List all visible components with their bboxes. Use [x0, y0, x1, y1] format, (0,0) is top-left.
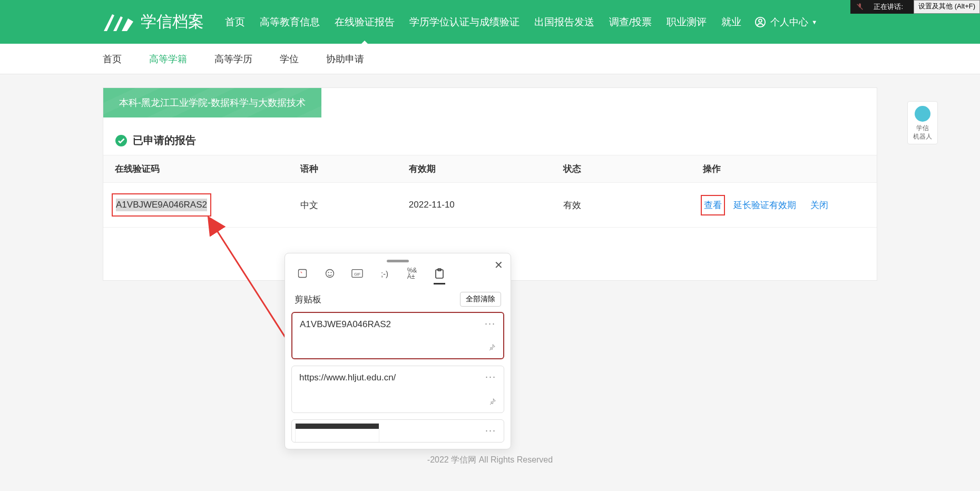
nav-career-test[interactable]: 职业测评 — [667, 15, 707, 29]
section-header: 已申请的报告 — [103, 117, 877, 155]
col-expiry: 有效期 — [397, 155, 552, 183]
subnav-higher-enroll[interactable]: 高等学籍 — [149, 53, 187, 65]
col-status: 状态 — [552, 155, 691, 183]
sub-nav: 首页 高等学籍 高等学历 学位 协助申请 — [0, 44, 980, 74]
clipboard-tab-row: GIF ;-) %&Ä± — [285, 264, 511, 284]
thumb-bar — [296, 424, 379, 429]
drag-handle[interactable] — [387, 260, 409, 262]
cell-language: 中文 — [289, 183, 397, 228]
nav-survey[interactable]: 调查/投票 — [609, 15, 652, 29]
col-code: 在线验证码 — [103, 155, 289, 183]
table-header-row: 在线验证码 语种 有效期 状态 操作 — [103, 155, 877, 183]
chevron-down-icon: ▼ — [811, 19, 817, 25]
emoji-icon[interactable] — [324, 268, 336, 279]
symbols-icon[interactable]: %&Ä± — [406, 268, 418, 279]
clipboard-item[interactable]: https://www.hljut.edu.cn/ ··· — [291, 366, 504, 413]
report-card: 本科-黑龙江工业学院-数据科学与大数据技术 已申请的报告 在线验证码 语种 有效… — [103, 87, 877, 281]
clipboard-item[interactable]: A1VBJWE9A046RAS2 ··· — [291, 312, 504, 359]
logo-icon — [103, 11, 134, 33]
clipboard-title: 剪贴板 — [295, 293, 321, 306]
logo[interactable]: 学信档案 — [103, 11, 204, 33]
speaking-label: 正在讲话: — [874, 2, 903, 12]
robot-label-2: 机器人 — [909, 133, 936, 141]
logo-text: 学信档案 — [141, 11, 204, 33]
robot-icon — [915, 106, 930, 122]
svg-point-2 — [115, 135, 127, 146]
nav-employment[interactable]: 就业 — [721, 15, 741, 29]
table-row: A1VBJWE9A046RAS2 中文 2022-11-10 有效 查看 延长验… — [103, 183, 877, 228]
clipboard-header: 剪贴板 全部清除 — [285, 284, 511, 312]
mic-muted-icon — [856, 3, 864, 11]
footer: -2022 学信网 All Rights Reserved — [103, 455, 877, 466]
subnav-assist-apply[interactable]: 协助申请 — [326, 53, 364, 65]
clipboard-image-item[interactable]: ··· — [291, 419, 504, 443]
user-icon — [754, 16, 766, 28]
nav-higher-edu-info[interactable]: 高等教育信息 — [260, 15, 320, 29]
check-circle-icon — [115, 134, 128, 147]
nav-online-verify[interactable]: 在线验证报告 — [335, 15, 395, 29]
svg-point-6 — [328, 272, 329, 273]
col-language: 语种 — [289, 155, 397, 183]
subnav-higher-degree[interactable]: 高等学历 — [214, 53, 252, 65]
settings-tooltip: 设置及其他 (Alt+F) — [914, 0, 980, 14]
svg-point-5 — [326, 270, 334, 278]
subnav-home[interactable]: 首页 — [103, 53, 122, 65]
main-header: 学信档案 首页 高等教育信息 在线验证报告 学历学位认证与成绩验证 出国报告发送… — [0, 0, 980, 44]
svg-rect-4 — [299, 270, 307, 278]
top-overlay-bar: 正在讲话: 设置及其他 (Alt+F) — [850, 0, 980, 14]
sticker-icon[interactable] — [297, 268, 308, 279]
gif-icon[interactable]: GIF — [351, 268, 363, 279]
col-actions: 操作 — [691, 155, 877, 183]
clipboard-tab-icon[interactable] — [434, 268, 445, 279]
education-tab-label: 本科-黑龙江工业学院-数据科学与大数据技术 — [119, 97, 306, 108]
robot-label-1: 学信 — [909, 124, 936, 133]
user-center-label: 个人中心 — [770, 16, 808, 28]
conference-bar: 正在讲话: — [850, 0, 914, 14]
pin-icon[interactable] — [488, 343, 496, 353]
action-view[interactable]: 查看 — [704, 200, 722, 210]
svg-text:GIF: GIF — [354, 272, 361, 277]
user-center-menu[interactable]: 个人中心 ▼ — [754, 16, 817, 28]
close-button[interactable]: ✕ — [494, 259, 503, 271]
education-tab[interactable]: 本科-黑龙江工业学院-数据科学与大数据技术 — [103, 88, 321, 117]
item-menu-icon[interactable]: ··· — [485, 371, 496, 382]
action-extend[interactable]: 延长验证有效期 — [733, 200, 796, 210]
item-menu-icon[interactable]: ··· — [485, 425, 496, 436]
reports-table: 在线验证码 语种 有效期 状态 操作 A1VBJWE9A046RAS2 中文 2… — [103, 155, 877, 228]
view-highlight-box: 查看 — [701, 195, 725, 215]
section-title: 已申请的报告 — [133, 133, 196, 148]
kaomoji-icon[interactable]: ;-) — [379, 268, 390, 279]
item-menu-icon[interactable]: ··· — [485, 318, 496, 329]
verification-code[interactable]: A1VBJWE9A046RAS2 — [116, 199, 207, 211]
code-highlight-box: A1VBJWE9A046RAS2 — [112, 193, 211, 217]
svg-point-7 — [331, 272, 332, 273]
primary-nav: 首页 高等教育信息 在线验证报告 学历学位认证与成绩验证 出国报告发送 调查/投… — [225, 15, 741, 29]
footer-text: -2022 学信网 All Rights Reserved — [427, 455, 553, 464]
chatbot-widget[interactable]: 学信 机器人 — [907, 101, 938, 144]
clear-all-button[interactable]: 全部清除 — [460, 292, 501, 307]
action-close[interactable]: 关闭 — [810, 200, 828, 210]
clipboard-thumbnail — [295, 423, 379, 443]
subnav-degree[interactable]: 学位 — [280, 53, 299, 65]
cell-status: 有效 — [552, 183, 691, 228]
clipboard-item-text: https://www.hljut.edu.cn/ — [299, 372, 496, 383]
cell-expiry: 2022-11-10 — [397, 183, 552, 228]
pin-icon[interactable] — [489, 398, 496, 407]
clipboard-item-text: A1VBJWE9A046RAS2 — [300, 319, 496, 330]
nav-home[interactable]: 首页 — [225, 15, 245, 29]
svg-point-1 — [759, 19, 762, 22]
cell-code: A1VBJWE9A046RAS2 — [103, 183, 289, 228]
nav-abroad-report[interactable]: 出国报告发送 — [534, 15, 594, 29]
nav-degree-cert[interactable]: 学历学位认证与成绩验证 — [409, 15, 520, 29]
clipboard-panel: ✕ GIF ;-) %&Ä± 剪贴板 全部清除 A1VBJWE9A046RAS2… — [285, 253, 511, 449]
cell-actions: 查看 延长验证有效期 关闭 — [691, 183, 877, 228]
